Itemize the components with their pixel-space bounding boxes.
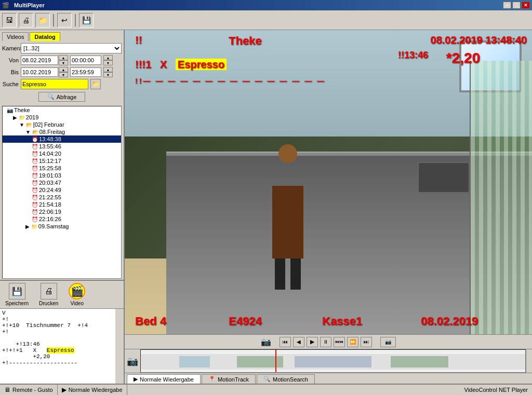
status-right-text: VideoControl NET Player — [464, 387, 528, 393]
kamera-row: Kamera [1..32] — [2, 43, 122, 53]
bis-date-input[interactable] — [21, 67, 58, 77]
von-date-up[interactable]: ▲ — [59, 55, 68, 60]
clock-icon: ⏰ — [32, 180, 38, 186]
tree-item-140420[interactable]: ⏰ 14:04:20 — [3, 150, 121, 157]
abfrage-button[interactable]: 🔍 Abfrage — [38, 92, 86, 102]
tree-item-151217[interactable]: ⏰ 15:12:17 — [3, 157, 121, 165]
folder-closed-icon: ▶ 📁 — [13, 115, 25, 120]
slow-back-button[interactable]: ⏮⏮ — [334, 337, 345, 347]
status-left: 🖥 Remote - Gusto — [0, 385, 58, 395]
osd-bed: Bed 4 — [135, 315, 166, 328]
tree-label: 19:01:03 — [39, 172, 61, 179]
bis-date-spinner: ▲ ▼ — [59, 67, 68, 77]
tab-datalog[interactable]: Datalog — [30, 32, 60, 41]
tree-item-135546[interactable]: ⏰ 13:55:46 — [3, 143, 121, 150]
timeline-scrollbar[interactable] — [526, 349, 532, 373]
play-back-button[interactable]: ◀ — [293, 337, 304, 347]
tree-label: 22:16:26 — [39, 216, 61, 222]
titlebar: 🎬 MultiPlayer − □ ✕ — [0, 0, 532, 10]
computer-icon: 🖥 — [4, 386, 10, 393]
kamera-select[interactable]: [1..32] — [21, 43, 122, 53]
bis-time-up[interactable]: ▲ — [103, 67, 113, 72]
osd-price: *2,20 — [446, 50, 480, 66]
clock-icon: ⏰ — [32, 202, 38, 208]
tree-item-221626[interactable]: ⏰ 22:16:26 — [3, 215, 121, 223]
suche-browse-button[interactable]: 📁 — [90, 79, 101, 89]
timeline[interactable]: 📷 — [125, 349, 532, 373]
tree-label: 22:06:19 — [39, 209, 61, 215]
tree-item-212255[interactable]: ⏰ 21:22:55 — [3, 194, 121, 201]
toolbar-new-button[interactable]: 🖫 — [2, 13, 17, 28]
bis-time-input[interactable] — [70, 67, 101, 77]
drucken-button[interactable]: 🖨 Drucken — [35, 282, 62, 307]
titlebar-buttons: − □ ✕ — [503, 2, 530, 9]
pb-tab-motiontrack[interactable]: 📍 MotionTrack — [202, 374, 256, 384]
von-date-down[interactable]: ▼ — [59, 60, 68, 65]
video-button[interactable]: 🎬 Video — [64, 282, 89, 307]
skip-start-button[interactable]: ⏮ — [280, 337, 291, 347]
osd-theke: Theke — [229, 34, 397, 48]
tree-item-09samstag[interactable]: ▶ 📁 09.Samstag — [3, 223, 121, 230]
bis-date-up[interactable]: ▲ — [59, 67, 68, 72]
play-status-icon: ▶ — [62, 386, 66, 393]
tree-item-190103[interactable]: ⏰ 19:01:03 — [3, 172, 121, 179]
bis-time-down[interactable]: ▼ — [103, 72, 113, 77]
speichern-button[interactable]: 💾 Speichern — [1, 282, 33, 307]
kamera-label: Kamera — [2, 45, 19, 51]
von-time-up[interactable]: ▲ — [103, 55, 113, 60]
titlebar-title: 🎬 MultiPlayer — [2, 2, 45, 9]
tree-label: 20:03:47 — [39, 180, 61, 186]
suche-input[interactable] — [21, 79, 88, 89]
pb-tab-motionsearch[interactable]: 🔍 MotionSearch — [257, 374, 315, 384]
tree-item-theke[interactable]: 📷 Theke — [3, 106, 121, 114]
tree-view[interactable]: 📷 Theke ▶ 📁 2019 ▼ 📂 [02] Februar ▼ 📂 08… — [2, 106, 122, 279]
tree-item-152558[interactable]: ⏰ 15:25:58 — [3, 165, 121, 172]
motiontrack-icon: 📍 — [208, 376, 216, 383]
close-button[interactable]: ✕ — [522, 2, 530, 9]
skip-end-button[interactable]: ⏭ — [361, 337, 372, 347]
tree-item-202449[interactable]: ⏰ 20:24:49 — [3, 186, 121, 194]
maximize-button[interactable]: □ — [512, 2, 521, 9]
tree-item-februar[interactable]: ▼ 📂 [02] Februar — [3, 121, 121, 128]
toolbar-undo-button[interactable]: ↩ — [57, 13, 72, 28]
tree-item-2019[interactable]: ▶ 📁 2019 — [3, 114, 121, 121]
camera-settings-button[interactable]: 📷 — [380, 337, 396, 347]
pause-button[interactable]: ⏸ — [320, 337, 331, 347]
toolbar-open-button[interactable]: 📁 — [35, 13, 50, 28]
leg-left — [275, 258, 285, 290]
clock-icon: ⏰ — [32, 209, 38, 215]
tree-item-200347[interactable]: ⏰ 20:03:47 — [3, 179, 121, 186]
log-line: V — [2, 310, 113, 316]
von-date-input[interactable] — [21, 56, 58, 65]
minimize-button[interactable]: − — [503, 2, 511, 9]
play-button[interactable]: ▶ — [307, 337, 318, 347]
von-time-down[interactable]: ▼ — [103, 60, 113, 65]
toolbar-save-button[interactable]: 💾 — [79, 13, 94, 28]
von-time-input[interactable] — [70, 56, 101, 65]
tree-label: 21:22:55 — [39, 194, 61, 200]
fast-forward-button[interactable]: ⏩ — [347, 337, 358, 347]
tree-item-215418[interactable]: ⏰ 21:54:18 — [3, 201, 121, 208]
camera-scene — [125, 30, 532, 334]
controls-panel: Kamera [1..32] Von ▲ ▼ ▲ ▼ — [0, 41, 124, 105]
status-left-text: Remote - Gusto — [12, 387, 53, 393]
pb-tab-normale[interactable]: ▶ Normale Wiedergabe — [127, 374, 201, 384]
log-line: +!13:46 — [2, 341, 113, 347]
timeline-segment4 — [391, 356, 448, 367]
tab-videos[interactable]: Videos — [2, 32, 29, 41]
von-date-spinner: ▲ ▼ — [59, 55, 68, 65]
tree-item-08freitag[interactable]: ▼ 📂 08.Freitag — [3, 128, 121, 135]
log-line: +!-------------------- — [2, 360, 113, 366]
tab-bar: Videos Datalog — [0, 30, 124, 41]
log-line: +!+10 Tischnummer 7 +!4 — [2, 322, 113, 329]
toolbar-print-button[interactable]: 🖨 — [19, 13, 33, 28]
timeline-track[interactable] — [140, 349, 526, 373]
tree-item-134838[interactable]: ⏰ 13:48:38 — [3, 135, 121, 143]
toolbar-sep2 — [75, 14, 76, 26]
status-mid: ▶ Normale Wiedergabe — [58, 385, 127, 395]
bis-date-down[interactable]: ▼ — [59, 72, 68, 77]
tree-item-220619[interactable]: ⏰ 22:06:19 — [3, 208, 121, 215]
tree-label: 15:12:17 — [39, 158, 61, 164]
log-scrollbar[interactable] — [115, 309, 124, 384]
toolbar: 🖫 🖨 📁 ↩ 💾 — [0, 10, 532, 30]
